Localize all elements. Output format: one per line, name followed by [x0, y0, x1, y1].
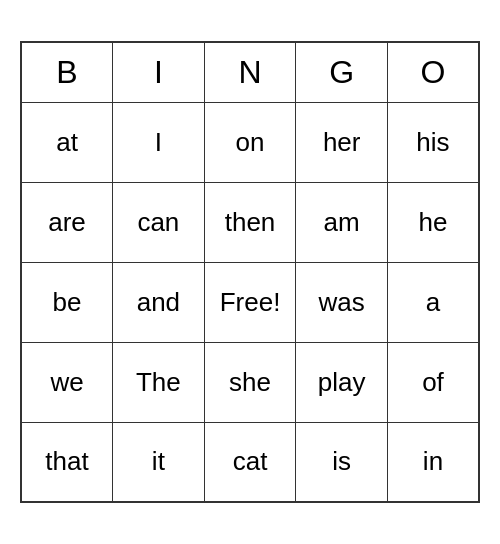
cell-r2-c3: was: [296, 262, 388, 342]
header-cell-n: N: [204, 42, 296, 102]
cell-r0-c2: on: [204, 102, 296, 182]
cell-r3-c2: she: [204, 342, 296, 422]
header-cell-o: O: [387, 42, 479, 102]
header-cell-i: I: [113, 42, 205, 102]
cell-r2-c4: a: [387, 262, 479, 342]
cell-r3-c0: we: [21, 342, 113, 422]
cell-r1-c0: are: [21, 182, 113, 262]
cell-r3-c1: The: [113, 342, 205, 422]
bingo-card: BINGO atIonherhisarecanthenamhebeandFree…: [20, 41, 480, 503]
cell-r4-c4: in: [387, 422, 479, 502]
cell-r1-c1: can: [113, 182, 205, 262]
cell-r1-c4: he: [387, 182, 479, 262]
table-row: thatitcatisin: [21, 422, 479, 502]
header-cell-g: G: [296, 42, 388, 102]
cell-r0-c4: his: [387, 102, 479, 182]
header-cell-b: B: [21, 42, 113, 102]
cell-r1-c3: am: [296, 182, 388, 262]
cell-r4-c3: is: [296, 422, 388, 502]
cell-r4-c1: it: [113, 422, 205, 502]
table-row: weThesheplayof: [21, 342, 479, 422]
cell-r3-c4: of: [387, 342, 479, 422]
cell-r0-c1: I: [113, 102, 205, 182]
cell-r0-c3: her: [296, 102, 388, 182]
cell-r2-c1: and: [113, 262, 205, 342]
cell-r3-c3: play: [296, 342, 388, 422]
cell-r4-c2: cat: [204, 422, 296, 502]
cell-r0-c0: at: [21, 102, 113, 182]
cell-r2-c2: Free!: [204, 262, 296, 342]
cell-r1-c2: then: [204, 182, 296, 262]
cell-r4-c0: that: [21, 422, 113, 502]
table-row: arecanthenamhe: [21, 182, 479, 262]
header-row: BINGO: [21, 42, 479, 102]
table-row: beandFree!wasa: [21, 262, 479, 342]
table-row: atIonherhis: [21, 102, 479, 182]
cell-r2-c0: be: [21, 262, 113, 342]
